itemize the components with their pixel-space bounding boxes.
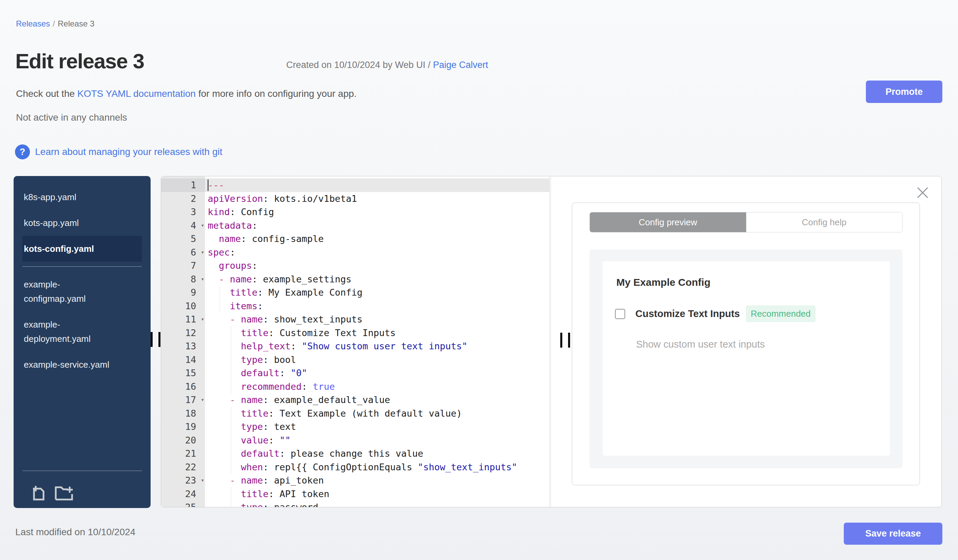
code-line: title: Customize Text Inputs	[205, 326, 549, 340]
gutter-line-number: 25	[161, 500, 205, 507]
customize-text-inputs-checkbox[interactable]	[615, 309, 625, 319]
sidebar-file-item[interactable]: kots-app.yaml	[14, 210, 151, 236]
gutter-line-number: 15	[161, 366, 205, 380]
created-meta: Created on 10/10/2024 by Web UI / Paige …	[286, 60, 488, 70]
gutter-line-number: 18	[161, 407, 205, 420]
sidebar-file-item[interactable]: example-deployment.yaml	[14, 312, 151, 352]
editor-code-area: ---apiVersion: kots.io/v1beta1kind: Conf…	[205, 176, 549, 507]
gutter-line-number: 9	[161, 286, 205, 299]
docs-line-after: for more info on configuring your app.	[196, 89, 357, 99]
code-line: type: bool	[205, 353, 549, 367]
gutter-line-number: 22	[161, 460, 205, 474]
close-icon[interactable]	[915, 185, 930, 200]
code-line: title: API token	[205, 487, 549, 501]
config-item-label: Customize Text Inputs	[635, 308, 740, 320]
recommended-badge: Recommended	[746, 305, 815, 322]
tab-config-preview[interactable]: Config preview	[590, 212, 746, 232]
promote-button[interactable]: Promote	[866, 81, 942, 103]
gutter-line-number: 1	[161, 179, 205, 192]
editor-resize-handle[interactable]	[560, 333, 570, 348]
gutter-line-number: 13	[161, 340, 205, 353]
file-list: k8s-app.yamlkots-app.yamlkots-config.yam…	[14, 176, 151, 378]
code-line: - name: example_default_value	[205, 393, 549, 407]
gutter-line-number: 6▾	[161, 246, 205, 259]
sidebar-divider	[22, 266, 142, 267]
code-line: when: repl{{ ConfigOptionEquals "show_te…	[205, 460, 549, 474]
code-line: type: password	[205, 500, 549, 507]
channel-status-text: Not active in any channels	[16, 112, 127, 123]
created-meta-text: Created on 10/10/2024 by Web UI /	[286, 60, 433, 70]
gutter-line-number: 2	[161, 192, 205, 206]
sidebar-file-item[interactable]: k8s-app.yaml	[14, 184, 151, 210]
question-mark-icon: ?	[15, 144, 30, 159]
code-line: - name: example_settings	[205, 272, 549, 286]
code-line: value: ""	[205, 433, 549, 447]
docs-line-before: Check out the	[16, 89, 78, 99]
gutter-line-number: 4▾	[161, 219, 205, 233]
code-line: groups:	[205, 259, 549, 272]
gutter-line-number: 11▾	[161, 313, 205, 326]
git-help-link[interactable]: Learn about managing your releases with …	[35, 146, 222, 157]
code-line: metadata:	[205, 219, 549, 233]
gutter-line-number: 16	[161, 380, 205, 394]
code-line: default: "0"	[205, 366, 549, 380]
code-line: items:	[205, 299, 549, 313]
config-group-title: My Example Config	[616, 277, 711, 288]
gutter-line-number: 10	[161, 299, 205, 313]
fold-arrow-icon[interactable]: ▾	[201, 246, 204, 259]
kots-docs-link[interactable]: KOTS YAML documentation	[78, 89, 196, 99]
preview-tab-group: Config preview Config help	[590, 212, 902, 233]
indent-guide	[231, 487, 231, 507]
config-preview-body: My Example Config Customize Text Inputs …	[590, 250, 902, 468]
sidebar-file-item[interactable]: kots-config.yaml	[22, 236, 142, 262]
code-line: apiVersion: kots.io/v1beta1	[205, 192, 549, 206]
code-line: spec:	[205, 246, 549, 259]
fold-arrow-icon[interactable]: ▾	[201, 313, 204, 326]
breadcrumb: Releases/Release 3	[16, 19, 95, 28]
gutter-line-number: 12	[161, 326, 205, 340]
breadcrumb-releases-link[interactable]: Releases	[16, 19, 50, 28]
docs-line: Check out the KOTS YAML documentation fo…	[16, 89, 357, 99]
author-link[interactable]: Paige Calvert	[433, 60, 488, 70]
gutter-line-number: 7	[161, 259, 205, 272]
sidebar-file-item[interactable]: example-service.yaml	[14, 352, 151, 378]
sidebar-resize-handle[interactable]	[151, 332, 160, 347]
config-preview-card: Config preview Config help My Example Co…	[572, 202, 920, 485]
tab-config-help[interactable]: Config help	[746, 212, 902, 232]
save-release-button[interactable]: Save release	[844, 523, 942, 545]
config-item-row: Customize Text Inputs Recommended	[615, 305, 815, 322]
gutter-line-number: 24	[161, 487, 205, 501]
gutter-line-number: 17▾	[161, 393, 205, 407]
sidebar-file-item[interactable]: example-configmap.yaml	[14, 272, 151, 312]
sidebar-bottom-divider	[22, 471, 142, 471]
code-line: type: text	[205, 420, 549, 433]
gutter-line-number: 23▾	[161, 474, 205, 487]
fold-arrow-icon[interactable]: ▾	[201, 219, 204, 233]
gutter-line-number: 21	[161, 447, 205, 460]
gutter-line-number: 8▾	[161, 272, 205, 286]
git-help-row: ? Learn about managing your releases wit…	[15, 144, 222, 160]
gutter-line-number: 14	[161, 353, 205, 367]
fold-arrow-icon[interactable]: ▾	[201, 474, 204, 487]
code-line: - name: show_text_inputs	[205, 313, 549, 326]
yaml-code-editor[interactable]: 1234▾56▾78▾91011▾121314151617▾1819202122…	[161, 176, 550, 507]
editor-gutter: 1234▾56▾78▾91011▾121314151617▾1819202122…	[161, 176, 205, 507]
fold-arrow-icon[interactable]: ▾	[201, 272, 204, 286]
gutter-line-number: 3	[161, 205, 205, 219]
new-folder-icon[interactable]	[54, 483, 73, 502]
indent-guide	[231, 326, 231, 394]
code-line: title: Text Example (with default value)	[205, 407, 549, 420]
gutter-line-number: 5	[161, 232, 205, 246]
config-item-help-text: Show custom user text inputs	[636, 339, 765, 350]
code-line: - name: api_token	[205, 474, 549, 487]
code-line: ---	[205, 179, 549, 192]
new-file-icon[interactable]	[29, 483, 48, 502]
code-line: kind: Config	[205, 205, 549, 219]
page-title: Edit release 3	[15, 49, 144, 73]
indent-guide	[231, 407, 231, 474]
indent-guide	[220, 286, 220, 313]
sidebar-bottom	[14, 471, 151, 508]
code-line: recommended: true	[205, 380, 549, 394]
fold-arrow-icon[interactable]: ▾	[201, 393, 204, 407]
gutter-line-number: 19	[161, 420, 205, 433]
